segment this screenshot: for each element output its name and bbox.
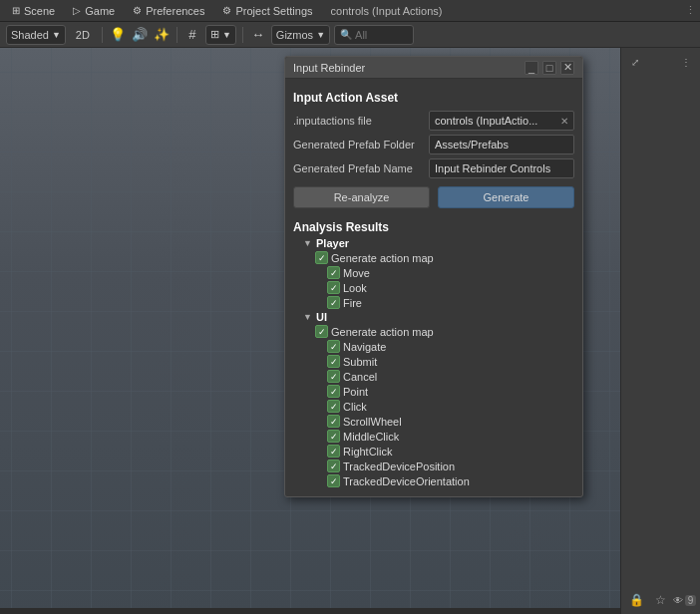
- tab-preferences-label: Preferences: [146, 5, 204, 17]
- badge-count: 9: [685, 595, 697, 606]
- gizmos-chevron-icon: ▼: [316, 30, 325, 40]
- ui-middleclick-checkbox[interactable]: ✓: [327, 430, 340, 443]
- ui-scrollwheel-label: ScrollWheel: [343, 416, 402, 428]
- right-expand-icon[interactable]: ⤢: [625, 52, 645, 72]
- player-look-label: Look: [343, 282, 367, 294]
- tab-game[interactable]: ▷ Game: [65, 1, 123, 21]
- grid-icon: ⊞: [210, 28, 219, 41]
- generate-button[interactable]: Generate: [438, 186, 574, 208]
- ui-trackeddeviceorientation-row: ✓ TrackedDeviceOrientation: [293, 473, 574, 488]
- dialog-body: Input Action Asset .inputactions file co…: [285, 79, 582, 496]
- ui-cancel-checkbox[interactable]: ✓: [327, 370, 340, 383]
- ui-submit-label: Submit: [343, 356, 377, 368]
- inputactions-field[interactable]: controls (InputActio... ✕: [429, 111, 574, 131]
- player-fire-checkbox[interactable]: ✓: [327, 296, 340, 309]
- prefab-folder-field[interactable]: Assets/Prefabs: [429, 135, 574, 154]
- ui-trackeddeviceorientation-checkbox[interactable]: ✓: [327, 474, 340, 487]
- prefab-name-label: Generated Prefab Name: [293, 162, 423, 174]
- search-input[interactable]: [355, 29, 415, 41]
- prefab-name-field[interactable]: Input Rebinder Controls: [429, 158, 574, 178]
- dialog-title: Input Rebinder: [293, 62, 365, 74]
- move-icon[interactable]: ↔: [249, 26, 267, 44]
- ui-trackeddeviceposition-row: ✓ TrackedDevicePosition: [293, 459, 574, 473]
- effects-icon[interactable]: ✨: [153, 26, 171, 44]
- ui-rightclick-checkbox[interactable]: ✓: [327, 445, 340, 458]
- main-area: Y X Z ◄ Persp Input Rebinder: [0, 48, 700, 614]
- star-icon[interactable]: ☆: [651, 590, 671, 610]
- ui-middleclick-row: ✓ MiddleClick: [293, 429, 574, 444]
- search-box[interactable]: 🔍: [334, 25, 414, 45]
- player-generate-action-map-checkbox[interactable]: ✓: [315, 251, 328, 264]
- ui-trackeddeviceposition-checkbox[interactable]: ✓: [327, 460, 340, 472]
- dialog-minimize-button[interactable]: _: [525, 61, 538, 75]
- dialog-close-button[interactable]: ✕: [560, 61, 574, 75]
- controls-title: controls (Input Actions): [331, 5, 443, 17]
- player-look-row: ✓ Look: [293, 280, 574, 295]
- dialog-titlebar: Input Rebinder _ □ ✕: [285, 57, 582, 79]
- prefab-name-row: Generated Prefab Name Input Rebinder Con…: [293, 158, 574, 178]
- ui-rightclick-label: RightClick: [343, 446, 393, 458]
- ui-cancel-row: ✓ Cancel: [293, 369, 574, 384]
- 2d-label: 2D: [76, 29, 90, 41]
- resize-handle[interactable]: [0, 608, 620, 614]
- eye-icon-glyph: 👁: [673, 595, 683, 606]
- right-panel-top-icons: ⤢ ⋮: [625, 52, 696, 72]
- input-rebinder-dialog: Input Rebinder _ □ ✕ Input Action Asset …: [284, 56, 583, 497]
- player-generate-action-map-label: Generate action map: [331, 252, 434, 264]
- reanalyze-button[interactable]: Re-analyze: [293, 186, 430, 208]
- eye-icon[interactable]: 👁 9: [675, 590, 695, 610]
- prefab-name-value: Input Rebinder Controls: [435, 162, 550, 174]
- 2d-button[interactable]: 2D: [70, 25, 96, 45]
- inputactions-value: controls (InputActio...: [435, 115, 537, 127]
- grid-dropdown[interactable]: ⊞ ▼: [205, 25, 236, 45]
- player-move-checkbox[interactable]: ✓: [327, 266, 340, 279]
- ui-navigate-checkbox[interactable]: ✓: [327, 340, 340, 353]
- dialog-maximize-button[interactable]: □: [542, 61, 556, 75]
- ui-submit-checkbox[interactable]: ✓: [327, 355, 340, 368]
- ui-generate-action-map-checkbox[interactable]: ✓: [315, 325, 328, 338]
- action-buttons: Re-analyze Generate: [293, 186, 574, 208]
- right-panel: ⤢ ⋮ 🔒 ☆ 👁 9: [620, 48, 700, 614]
- player-look-checkbox[interactable]: ✓: [327, 281, 340, 294]
- ui-submit-row: ✓ Submit: [293, 354, 574, 369]
- analysis-results-header: Analysis Results: [293, 220, 574, 234]
- player-fire-label: Fire: [343, 297, 362, 309]
- tab-preferences[interactable]: ⚙ Preferences: [125, 1, 212, 21]
- right-more-icon[interactable]: ⋮: [676, 52, 696, 72]
- grid-chevron-icon: ▼: [222, 30, 231, 40]
- tab-project-settings[interactable]: ⚙ Project Settings: [214, 1, 320, 21]
- lock-icon[interactable]: 🔒: [627, 590, 647, 610]
- top-menu-bar: ⊞ Scene ▷ Game ⚙ Preferences ⚙ Project S…: [0, 0, 700, 22]
- editor-toolbar: Shaded ▼ 2D 💡 🔊 ✨ # ⊞ ▼ ↔ Gizmos ▼ 🔍: [0, 22, 700, 48]
- analysis-scroll-area[interactable]: ▼ Player ✓ Generate action map ✓ Move: [293, 236, 574, 488]
- player-label: Player: [316, 237, 349, 249]
- dialog-window-controls: _ □ ✕: [525, 61, 574, 75]
- ui-click-row: ✓ Click: [293, 399, 574, 414]
- ui-point-checkbox[interactable]: ✓: [327, 385, 340, 398]
- more-menu-icon[interactable]: ⋮: [685, 4, 696, 17]
- shaded-label: Shaded: [11, 29, 49, 41]
- ui-navigate-label: Navigate: [343, 341, 386, 353]
- stats-icon[interactable]: #: [183, 26, 201, 44]
- inputactions-clear-icon[interactable]: ✕: [560, 116, 568, 127]
- separator-3: [242, 27, 243, 43]
- ui-arrow-icon: ▼: [303, 312, 313, 322]
- audio-icon[interactable]: 🔊: [131, 26, 149, 44]
- tab-scene[interactable]: ⊞ Scene: [4, 1, 63, 21]
- ui-rightclick-row: ✓ RightClick: [293, 444, 574, 459]
- ui-click-checkbox[interactable]: ✓: [327, 400, 340, 413]
- project-settings-icon: ⚙: [222, 5, 231, 16]
- prefab-folder-value: Assets/Prefabs: [435, 139, 509, 151]
- light-icon[interactable]: 💡: [109, 26, 127, 44]
- gizmos-dropdown[interactable]: Gizmos ▼: [271, 25, 330, 45]
- player-fire-row: ✓ Fire: [293, 295, 574, 310]
- ui-cancel-label: Cancel: [343, 371, 377, 383]
- separator-2: [176, 27, 177, 43]
- viewport[interactable]: Y X Z ◄ Persp Input Rebinder: [0, 48, 620, 614]
- ui-scrollwheel-checkbox[interactable]: ✓: [327, 415, 340, 428]
- analysis-results-section: Analysis Results ▼ Player ✓ Generate act…: [293, 216, 574, 488]
- ui-scrollwheel-row: ✓ ScrollWheel: [293, 414, 574, 429]
- ui-navigate-row: ✓ Navigate: [293, 339, 574, 354]
- shaded-chevron-icon: ▼: [52, 30, 61, 40]
- shaded-dropdown[interactable]: Shaded ▼: [6, 25, 66, 45]
